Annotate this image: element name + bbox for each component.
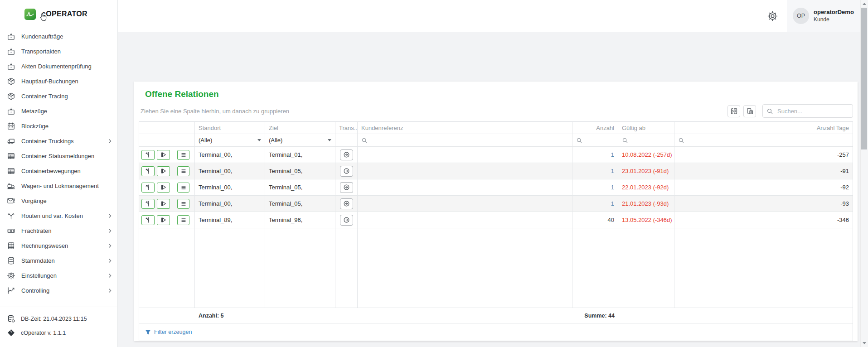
create-filter-link[interactable]: Filter erzeugen xyxy=(139,323,853,341)
filter-gueltig-ab-input[interactable] xyxy=(618,134,674,147)
sidebar-status-label: cOperator v. 1.1.1 xyxy=(21,330,111,336)
sidebar-item-hauptlauf-buchungen[interactable]: Hauptlauf-Buchungen xyxy=(0,74,117,89)
row-actions-cell xyxy=(139,212,172,228)
menu-icon xyxy=(180,217,187,223)
sidebar-item-label: Akten Dokumentenprüfung xyxy=(21,63,112,70)
sidebar-footer: DB-Zeit: 21.04.2023 11:15 cOperator v. 1… xyxy=(0,307,117,347)
open-relations-card: Offene Relationen Ziehen Sie eine Spalte… xyxy=(134,82,858,341)
table-row[interactable]: Terminal_89, Terminal_96, 40 13.05.2022 … xyxy=(139,212,853,228)
header-ziel[interactable]: Ziel xyxy=(265,122,335,134)
grid-summary-row: Anzahl: 5 Summe: 44 xyxy=(139,308,853,323)
row-menu-button[interactable] xyxy=(177,199,189,209)
sidebar-item-rechnungswesen[interactable]: Rechnungswesen xyxy=(0,238,117,253)
row-menu-button[interactable] xyxy=(177,183,189,193)
row-menu-button[interactable] xyxy=(177,166,189,176)
sidebar-item-containerbewegungen[interactable]: Containerbewegungen xyxy=(0,164,117,178)
sidebar-item-label: Blockzüge xyxy=(21,123,112,130)
search-input[interactable] xyxy=(776,107,849,115)
circle-arrow-right-icon xyxy=(343,217,350,223)
transport-detail-button[interactable] xyxy=(340,166,353,177)
chevron-right-icon xyxy=(108,243,112,248)
settings-button[interactable] xyxy=(764,8,781,24)
scroll-down-button[interactable] xyxy=(861,339,868,347)
order-import-icon xyxy=(6,47,15,56)
dispatch-arrow-icon xyxy=(160,200,167,207)
sidebar-item-stammdaten[interactable]: Stammdaten xyxy=(0,253,117,268)
route-button[interactable] xyxy=(141,150,155,160)
export-button[interactable] xyxy=(727,105,740,117)
route-button[interactable] xyxy=(141,215,155,225)
header-standort[interactable]: Standort xyxy=(195,122,265,134)
sidebar-item-metazuege[interactable]: Metazüge xyxy=(0,104,117,119)
header-anzahl-tage[interactable]: Anzahl Tage xyxy=(674,122,853,134)
route-button[interactable] xyxy=(141,166,155,176)
header-anzahl[interactable]: Anzahl xyxy=(572,122,618,134)
sidebar-item-label: Container Tracing xyxy=(21,93,112,100)
scroll-up-button[interactable] xyxy=(861,0,868,8)
sidebar-item-kundenauftraege[interactable]: Kundenaufträge xyxy=(0,29,117,44)
filter-anzahl-input[interactable] xyxy=(572,134,618,147)
circle-arrow-right-icon xyxy=(343,184,350,191)
cell-gueltig-ab: 10.08.2022 (-257d) xyxy=(622,151,672,158)
sidebar-status-coperator-v-1-1-1: cOperator v. 1.1.1 xyxy=(0,326,117,340)
table-row[interactable]: Terminal_00, Terminal_01, 1 10.08.2022 (… xyxy=(139,147,853,163)
row-menu-cell xyxy=(172,212,195,228)
scrollbar-thumb[interactable] xyxy=(861,8,867,149)
sidebar-item-vorgaenge[interactable]: Vorgänge xyxy=(0,193,117,208)
filter-ziel-select[interactable]: (Alle) xyxy=(265,134,335,147)
sidebar-item-routen-und-var-kosten[interactable]: Routen und var. Kosten xyxy=(0,208,117,223)
row-menu-button[interactable] xyxy=(177,215,189,225)
route-button[interactable] xyxy=(141,183,155,193)
sidebar-item-container-truckings[interactable]: Container Truckings xyxy=(0,134,117,149)
sidebar-item-frachtraten[interactable]: Frachtraten xyxy=(0,223,117,238)
dispatch-button[interactable] xyxy=(157,215,170,225)
transport-detail-button[interactable] xyxy=(340,198,353,209)
header-gueltig-ab[interactable]: Gültig ab xyxy=(618,122,674,134)
column-chooser-button[interactable] xyxy=(743,105,756,117)
sidebar-item-wagen-und-lokmanagement[interactable]: Wagen- und Lokmanagement xyxy=(0,178,117,193)
sidebar-item-container-statusmeldungen[interactable]: Container Statusmeldungen xyxy=(0,149,117,164)
cell-anzahl: 1 xyxy=(611,168,614,174)
sidebar-item-transportakten[interactable]: Transportakten xyxy=(0,44,117,59)
caret-down-icon xyxy=(257,139,261,141)
grid-header-row: Standort Ziel Trans... Kundenreferenz An… xyxy=(139,122,853,134)
row-menu-button[interactable] xyxy=(177,150,189,160)
dispatch-button[interactable] xyxy=(157,183,170,193)
dispatch-button[interactable] xyxy=(157,199,170,209)
dispatch-button[interactable] xyxy=(157,150,170,160)
row-actions-cell xyxy=(139,179,172,196)
table-row[interactable]: Terminal_00, Terminal_05, 1 21.01.2023 (… xyxy=(139,196,853,212)
sidebar-item-einstellungen[interactable]: Einstellungen xyxy=(0,268,117,283)
package-icon xyxy=(6,77,15,86)
table-row[interactable]: Terminal_00, Terminal_05, 1 23.01.2023 (… xyxy=(139,163,853,179)
transport-detail-button[interactable] xyxy=(340,215,353,226)
header-kundenreferenz[interactable]: Kundenreferenz xyxy=(358,122,572,134)
sidebar-item-label: Stammdaten xyxy=(21,257,106,264)
row-menu-cell xyxy=(172,147,195,163)
sidebar: cOPERATOR Kundenaufträge Transportakten … xyxy=(0,0,118,347)
sidebar-nav: Kundenaufträge Transportakten Akten Doku… xyxy=(0,28,117,307)
header-trans[interactable]: Trans... xyxy=(335,122,358,134)
filter-standort-select[interactable]: (Alle) xyxy=(195,134,265,147)
filter-anzahl-tage-input[interactable] xyxy=(674,134,853,147)
table-row[interactable]: Terminal_00, Terminal_05, 1 22.01.2023 (… xyxy=(139,179,853,196)
route-button[interactable] xyxy=(141,199,155,209)
cell-anzahl-tage: -257 xyxy=(837,151,849,158)
transport-detail-button[interactable] xyxy=(340,149,353,160)
sidebar-item-container-tracing[interactable]: Container Tracing xyxy=(0,89,117,104)
app-logo[interactable]: cOPERATOR xyxy=(0,0,117,28)
group-by-panel[interactable]: Ziehen Sie eine Spalte hierhin, um danac… xyxy=(139,108,724,115)
row-actions-cell xyxy=(139,147,172,163)
avatar: OP xyxy=(793,8,809,24)
sidebar-item-controlling[interactable]: Controlling xyxy=(0,283,117,298)
user-menu[interactable]: OP operatorDemo Kunde xyxy=(787,0,860,32)
sidebar-item-label: Containerbewegungen xyxy=(21,168,112,174)
sidebar-item-akten-dokumentenpruefung[interactable]: Akten Dokumentenprüfung xyxy=(0,59,117,74)
filter-kundenreferenz-input[interactable] xyxy=(358,134,572,147)
ledger-icon xyxy=(6,241,15,251)
dispatch-button[interactable] xyxy=(157,166,170,176)
vertical-scrollbar[interactable] xyxy=(860,0,868,347)
sidebar-item-blockzuege[interactable]: Blockzüge xyxy=(0,119,117,134)
sidebar-item-label: Kundenaufträge xyxy=(21,33,112,40)
transport-detail-button[interactable] xyxy=(340,182,353,193)
